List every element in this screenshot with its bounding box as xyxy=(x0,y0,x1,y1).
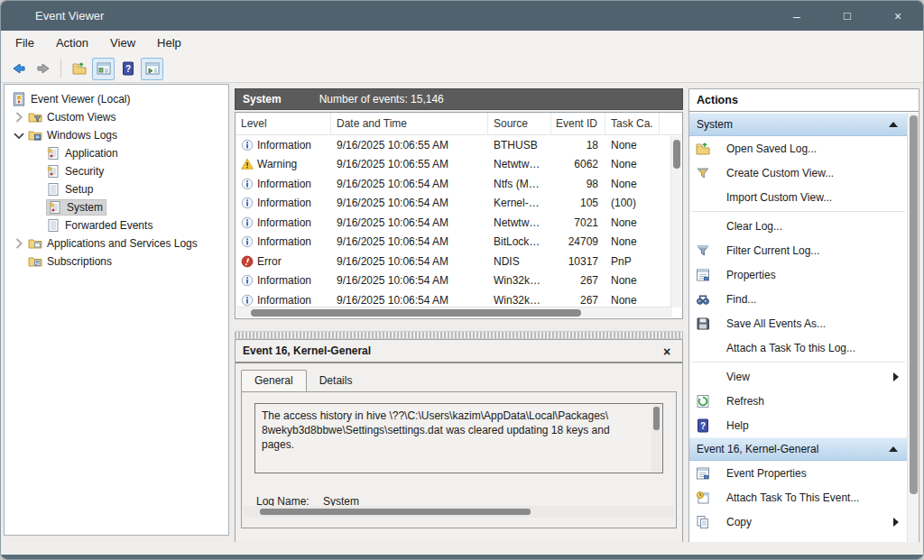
forward-arrow-button[interactable] xyxy=(32,58,54,80)
events-vertical-scrollbar[interactable] xyxy=(670,136,681,308)
message-vertical-scrollbar[interactable] xyxy=(651,405,661,472)
detail-tab-content: The access history in hive \??\C:\Users\… xyxy=(241,391,677,528)
scrollbar-thumb[interactable] xyxy=(251,309,581,317)
info-icon xyxy=(241,178,254,190)
event-row[interactable]: Warning9/16/2025 10:06:55 AMNetwtw…6062N… xyxy=(236,155,682,175)
action-filter-current-log[interactable]: Filter Current Log... xyxy=(689,238,907,262)
action-open-saved-log[interactable]: Open Saved Log... xyxy=(689,136,907,161)
scrollbar-thumb[interactable] xyxy=(260,509,531,515)
event-row[interactable]: Information9/16/2025 10:06:54 AMBitLock…… xyxy=(236,233,682,252)
column-header-event-id[interactable]: Event ID xyxy=(551,113,605,134)
event-row[interactable]: Information9/16/2025 10:06:54 AMWin32k…2… xyxy=(236,271,682,291)
task-category-cell: None xyxy=(605,178,660,190)
open-saved-log-button[interactable] xyxy=(68,58,90,80)
scrollbar-thumb[interactable] xyxy=(653,407,660,430)
action-help[interactable]: ?Help xyxy=(689,413,907,437)
task-category-cell: PnP xyxy=(605,255,660,268)
minimize-button[interactable]: – xyxy=(772,1,822,31)
maximize-button[interactable]: □ xyxy=(822,1,873,31)
event-message-box[interactable]: The access history in hive \??\C:\Users\… xyxy=(254,403,663,473)
event-row[interactable]: Information9/16/2025 10:06:55 AMBTHUSB18… xyxy=(236,135,682,155)
window-bottom-strip xyxy=(1,542,923,555)
expander-expanded-icon[interactable] xyxy=(10,128,28,142)
event-detail-header: Event 16, Kernel-General × xyxy=(236,340,682,363)
menu-view[interactable]: View xyxy=(99,32,146,53)
collapse-arrow-icon[interactable] xyxy=(889,122,898,127)
pane-splitter-handle[interactable] xyxy=(235,331,683,339)
tree-item-forwarded-events[interactable]: Forwarded Events xyxy=(5,216,228,234)
info-icon xyxy=(241,139,254,151)
no-icon xyxy=(696,341,710,355)
action-refresh[interactable]: Refresh xyxy=(689,389,907,413)
actions-panel-title: Actions xyxy=(689,89,919,112)
refresh-icon xyxy=(696,394,710,409)
tree-item-custom-views[interactable]: Custom Views xyxy=(5,108,228,126)
column-header-level[interactable]: Level xyxy=(236,113,331,134)
help-book-button[interactable]: ? xyxy=(116,58,139,80)
menu-file[interactable]: File xyxy=(5,32,45,53)
tree-item-applications-and-services-logs[interactable]: Applications and Services Logs xyxy=(5,234,228,252)
expander-collapsed-icon[interactable] xyxy=(10,236,28,251)
action-create-custom-view[interactable]: Create Custom View... xyxy=(689,161,907,185)
actions-vertical-scrollbar[interactable] xyxy=(907,113,919,543)
action-copy[interactable]: Copy xyxy=(689,510,907,534)
actions-separator xyxy=(691,362,905,363)
menu-action[interactable]: Action xyxy=(45,32,99,53)
close-button[interactable]: × xyxy=(873,1,923,31)
event-row[interactable]: Error9/16/2025 10:06:54 AMNDIS10317PnP xyxy=(236,252,682,271)
tree-item-setup[interactable]: Setup xyxy=(5,180,228,198)
tree-item-security[interactable]: Security xyxy=(5,162,228,180)
level-label: Information xyxy=(257,139,311,151)
action-import-custom-view[interactable]: Import Custom View... xyxy=(689,185,907,209)
action-clear-log[interactable]: Clear Log... xyxy=(689,214,907,238)
back-arrow-button[interactable] xyxy=(7,58,30,80)
column-header-source[interactable]: Source xyxy=(488,113,551,134)
action-attach-a-task-to-this-log[interactable]: Attach a Task To this Log... xyxy=(689,335,907,360)
level-cell: Information xyxy=(236,294,331,307)
action-save-all-events-as[interactable]: Save All Events As... xyxy=(689,311,907,335)
tree-item-system[interactable]: System xyxy=(5,198,228,216)
action-event-properties[interactable]: Event Properties xyxy=(689,461,907,485)
actions-section-system[interactable]: System xyxy=(689,113,907,136)
scrollbar-thumb[interactable] xyxy=(673,140,680,169)
collapse-arrow-icon[interactable] xyxy=(889,446,898,452)
tree-item-application[interactable]: Application xyxy=(5,144,228,162)
error-icon xyxy=(241,255,254,268)
detail-horizontal-scrollbar[interactable] xyxy=(244,506,674,518)
scrollbar-thumb[interactable] xyxy=(910,115,918,494)
tree-item-subscriptions[interactable]: Subscriptions xyxy=(5,252,228,271)
event-row[interactable]: Information9/16/2025 10:06:54 AMNtfs (M…… xyxy=(236,174,682,194)
event-row[interactable]: Information9/16/2025 10:06:54 AMNetwtw…7… xyxy=(236,213,682,233)
expander-collapsed-icon[interactable] xyxy=(10,110,28,124)
actions-section-event-16-kernel-general[interactable]: Event 16, Kernel-General xyxy=(689,437,907,461)
tab-details[interactable]: Details xyxy=(307,371,365,392)
actions-separator xyxy=(691,211,905,212)
submenu-arrow-icon xyxy=(893,372,899,381)
action-properties[interactable]: Properties xyxy=(689,262,907,287)
folder-logs-icon xyxy=(28,128,42,142)
action-view[interactable]: View xyxy=(689,364,907,389)
console-tree-button[interactable] xyxy=(92,58,115,80)
action-pane-button[interactable] xyxy=(141,58,163,80)
action-label: Clear Log... xyxy=(726,220,782,233)
action-attach-task-to-this-event[interactable]: Attach Task To This Event... xyxy=(689,485,907,510)
datetime-cell: 9/16/2025 10:06:54 AM xyxy=(331,255,488,268)
tab-general[interactable]: General xyxy=(241,370,307,391)
column-header-date-and-time[interactable]: Date and Time xyxy=(331,113,488,134)
task-category-cell: None xyxy=(605,274,660,287)
tree-item-label: Forwarded Events xyxy=(65,219,152,232)
column-header-task-ca[interactable]: Task Ca. xyxy=(605,113,660,134)
menu-help[interactable]: Help xyxy=(146,32,192,53)
level-cell: Information xyxy=(236,178,331,190)
info-icon xyxy=(241,216,254,229)
events-horizontal-scrollbar[interactable] xyxy=(236,307,672,317)
event-row[interactable]: Information9/16/2025 10:06:54 AMKernel-…… xyxy=(236,194,682,214)
folder-filter-icon xyxy=(28,110,42,124)
tree-item-event-viewer-local[interactable]: Event Viewer (Local) xyxy=(5,90,228,108)
task-category-cell: (100) xyxy=(605,197,660,209)
task-clock-icon xyxy=(696,491,710,505)
close-icon[interactable]: × xyxy=(659,344,675,360)
tree-item-windows-logs[interactable]: Windows Logs xyxy=(5,126,228,144)
action-find[interactable]: Find... xyxy=(689,287,907,311)
action-label: Attach a Task To this Log... xyxy=(726,342,855,354)
